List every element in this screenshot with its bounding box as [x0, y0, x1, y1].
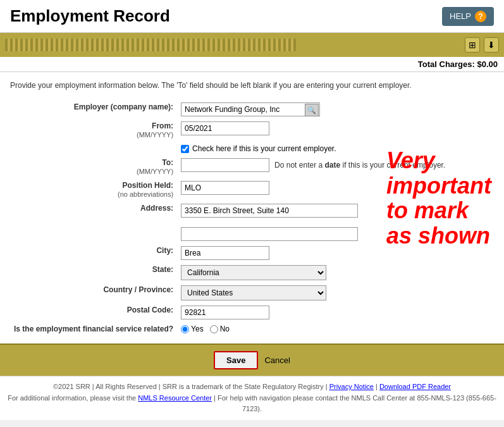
from-field-cell [177, 119, 494, 142]
employer-input-wrapper: 🔍 [181, 102, 320, 116]
from-hint: (MM/YYYY) [137, 131, 173, 139]
yes-radio[interactable] [181, 325, 189, 333]
current-employer-row: Check here if this is your current emplo… [10, 142, 494, 156]
city-label-cell: City: [10, 244, 177, 263]
footer-sep1: | [376, 383, 378, 390]
position-row: Position Held: (no abbreviations) [10, 178, 494, 201]
save-button[interactable]: Save [214, 351, 258, 369]
to-hint: (MM/YYYY) [137, 168, 173, 175]
nmls-link[interactable]: NMLS Resource Center [138, 394, 212, 402]
toolbar-download-icon[interactable]: ⬇ [484, 37, 499, 53]
footer-line2: For additional information, please visit… [6, 393, 498, 415]
to-field-cell: Do not enter a date if this is your curr… [177, 156, 494, 178]
footer-line1: ©2021 SRR | All Rights Reserved | SRR is… [6, 381, 498, 393]
address-input[interactable] [181, 204, 358, 218]
position-hint: (no abbreviations) [118, 190, 173, 198]
financial-field-cell: Yes No [177, 322, 494, 336]
toolbar-pattern [5, 39, 296, 51]
postal-field-cell [177, 303, 494, 322]
city-row: City: [10, 244, 494, 263]
current-employer-checkbox[interactable] [181, 145, 189, 153]
address2-input[interactable] [181, 227, 358, 241]
help-button[interactable]: HELP ? [442, 7, 494, 26]
state-label-cell: State: [10, 263, 177, 283]
employer-search-button[interactable]: 🔍 [305, 104, 319, 116]
financial-radio-group: Yes No [181, 325, 490, 333]
do-not-enter-text: Do not enter a date if this is your curr… [274, 161, 445, 170]
city-field-cell [177, 244, 494, 263]
toolbar: ⊞ ⬇ [0, 33, 504, 57]
to-row: To: (MM/YYYY) Do not enter a date if thi… [10, 156, 494, 178]
position-label-cell: Position Held: (no abbreviations) [10, 178, 177, 201]
cancel-button[interactable]: Cancel [264, 356, 290, 365]
toolbar-grid-icon[interactable]: ⊞ [465, 37, 480, 53]
no-radio-label: No [210, 325, 230, 333]
footer-buttons-bar: Save Cancel [0, 343, 504, 376]
position-field-cell [177, 178, 494, 201]
position-input[interactable] [181, 181, 269, 195]
country-select[interactable]: United States Canada Mexico Other [181, 285, 326, 300]
city-input[interactable] [181, 246, 269, 260]
from-row: From: (MM/YYYY) [10, 119, 494, 142]
page-header: Employment Record HELP ? [0, 0, 504, 33]
total-charges: Total Charges: $0.00 [0, 57, 504, 72]
country-row: Country / Province: United States Canada… [10, 283, 494, 303]
current-employer-checkbox-row: Check here if this is your current emplo… [181, 144, 490, 153]
page-title: Employment Record [10, 6, 170, 26]
country-label-cell: Country / Province: [10, 283, 177, 303]
yes-radio-label: Yes [181, 325, 204, 333]
help-label: HELP [450, 11, 471, 21]
to-row-inner: Do not enter a date if this is your curr… [181, 158, 490, 172]
address-row: Address: [10, 201, 494, 244]
employer-label: Employer (company name): [10, 100, 177, 119]
form-table: Employer (company name): 🔍 From: (MM/YYY… [10, 100, 494, 336]
financial-label-cell: Is the employment financial service rela… [10, 322, 177, 336]
to-input[interactable] [181, 158, 269, 172]
from-input[interactable] [181, 121, 269, 135]
to-label-cell: To: (MM/YYYY) [10, 156, 177, 178]
toolbar-icons: ⊞ ⬇ [465, 37, 499, 53]
from-label-cell: From: (MM/YYYY) [10, 119, 177, 142]
privacy-link[interactable]: Privacy Notice [329, 383, 374, 390]
postal-row: Postal Code: [10, 303, 494, 322]
current-employer-cell: Check here if this is your current emplo… [177, 142, 494, 156]
address-field-cell [177, 201, 494, 244]
help-icon: ? [475, 11, 486, 22]
pdf-link[interactable]: Download PDF Reader [379, 383, 451, 390]
employer-row: Employer (company name): 🔍 [10, 100, 494, 119]
employer-field-cell: 🔍 [177, 100, 494, 119]
state-row: State: Alabama Alaska Arizona Arkansas C… [10, 263, 494, 283]
postal-label-cell: Postal Code: [10, 303, 177, 322]
postal-input[interactable] [181, 306, 269, 319]
state-field-cell: Alabama Alaska Arizona Arkansas Californ… [177, 263, 494, 283]
intro-text: Provide your employment information belo… [10, 80, 494, 91]
state-select[interactable]: Alabama Alaska Arizona Arkansas Californ… [181, 265, 326, 280]
content-area: Provide your employment information belo… [0, 72, 504, 343]
page-footer: ©2021 SRR | All Rights Reserved | SRR is… [0, 376, 504, 420]
no-radio[interactable] [210, 325, 218, 333]
financial-row: Is the employment financial service rela… [10, 322, 494, 336]
current-employer-label: Check here if this is your current emplo… [192, 144, 336, 153]
country-field-cell: United States Canada Mexico Other [177, 283, 494, 303]
employer-input[interactable] [181, 102, 320, 116]
address-label-cell: Address: [10, 201, 177, 244]
